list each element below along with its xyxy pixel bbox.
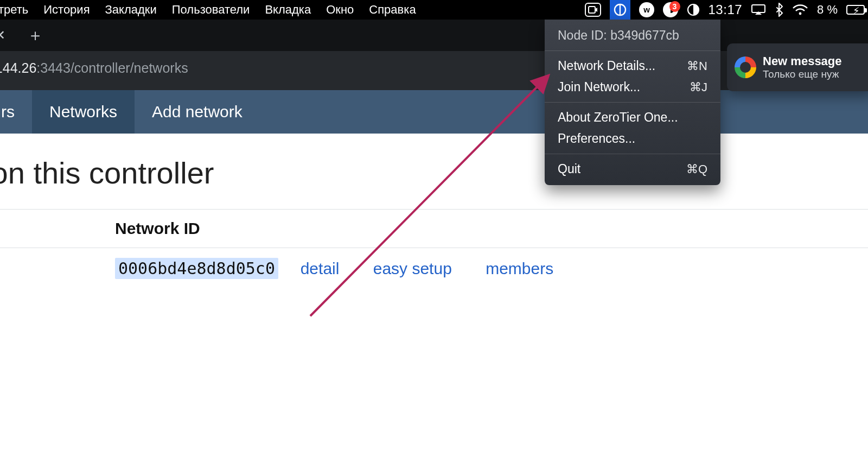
zt-node-id: Node ID: b349d677cb [545,25,720,46]
chrome-icon [735,56,756,78]
notification-toast[interactable]: New message Только еще нуж [727,43,868,91]
menu-item[interactable]: Пользователи [172,3,250,17]
tab-close-icon[interactable]: ✕ [0,20,11,51]
badge-count: 3 [669,1,680,12]
zerotier-dropdown: Node ID: b349d677cb Network Details...⌘N… [545,20,720,185]
zt-preferences[interactable]: Preferences... [545,128,720,149]
menu-separator [545,154,720,154]
notification-body: Только еще нуж [763,68,842,80]
svg-rect-0 [589,7,595,13]
nav-networks[interactable]: Networks [32,90,135,134]
menu-item[interactable]: мотреть [0,3,28,17]
menu-item[interactable]: История [43,3,90,17]
nav-add-network[interactable]: Add network [135,90,260,134]
new-tab-button[interactable]: ＋ [22,22,49,49]
bluetooth-icon[interactable] [775,3,783,17]
menu-item[interactable]: Окно [326,3,354,17]
menubar-app-menus: мотреть История Закладки Пользователи Вк… [0,3,416,17]
battery-percent: 8 % [817,3,838,17]
page-title: s on this controller [0,134,868,209]
nav-item-cut[interactable]: rs [0,90,32,134]
url-host: 3.144.26 [0,60,36,76]
zt-join-network[interactable]: Join Network...⌘J [545,77,720,98]
page-content: s on this controller ne Network ID 0006b… [0,134,868,475]
zt-network-details[interactable]: Network Details...⌘N [545,55,720,77]
svg-point-7 [799,12,802,15]
link-easy-setup[interactable]: easy setup [373,259,452,277]
col-name: ne [0,210,103,248]
url-path: :3443/controller/networks [36,60,188,76]
zoom-icon[interactable] [585,3,601,17]
link-members[interactable]: members [486,259,553,277]
menu-separator [545,102,720,103]
menubar-tray: w 3 13:17 8 % ⚡︎ [585,0,865,20]
table-row: 0006bd4e8d8d05c0 detail easy setup membe… [0,248,868,289]
macos-menubar: мотреть История Закладки Пользователи Вк… [0,0,868,20]
menu-separator [545,50,720,51]
clock[interactable]: 13:17 [709,2,743,17]
link-detail[interactable]: detail [301,259,340,277]
network-id-value[interactable]: 0006bd4e8d8d05c0 [115,258,278,279]
col-network-id: Network ID [103,210,868,248]
wifi-icon[interactable] [792,4,808,16]
notification-title: New message [763,54,842,68]
airplay-icon[interactable] [751,4,766,16]
menu-item[interactable]: Закладки [105,3,157,17]
menu-item[interactable]: Справка [369,3,416,17]
networks-table: ne Network ID 0006bd4e8d8d05c0 detail ea… [0,209,868,289]
notification-badge-icon[interactable]: 3 [663,2,678,17]
zt-quit[interactable]: Quit⌘Q [545,159,720,180]
zerotier-tray-icon[interactable] [610,0,630,20]
display-brightness-icon[interactable] [687,3,700,16]
battery-icon[interactable]: ⚡︎ [846,5,865,15]
menu-item[interactable]: Вкладка [265,3,311,17]
vk-icon[interactable]: w [639,2,654,17]
zt-about[interactable]: About ZeroTier One... [545,107,720,128]
svg-text:w: w [643,5,650,14]
page-nav: rs Networks Add network [0,90,868,134]
svg-rect-6 [752,5,765,12]
